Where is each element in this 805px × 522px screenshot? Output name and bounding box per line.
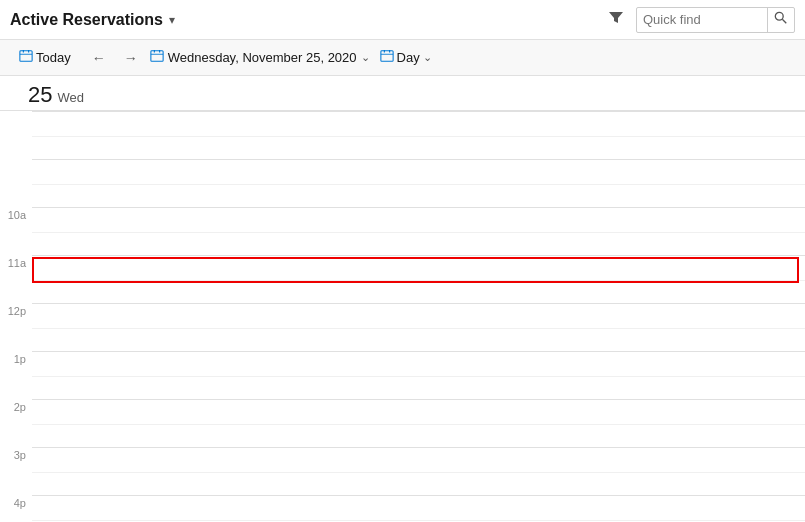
date-calendar-icon bbox=[150, 49, 164, 66]
header: Active Reservations ▾ bbox=[0, 0, 805, 40]
time-row: 3p bbox=[0, 447, 805, 495]
search-box bbox=[636, 7, 795, 33]
search-button[interactable] bbox=[767, 8, 794, 32]
filter-icon[interactable] bbox=[604, 8, 628, 32]
time-row: 10a bbox=[0, 207, 805, 255]
day-header: 25 Wed bbox=[0, 76, 805, 111]
svg-rect-10 bbox=[380, 51, 392, 62]
date-label: Wednesday, November 25, 2020 bbox=[168, 50, 357, 65]
time-label bbox=[0, 111, 32, 159]
svg-line-1 bbox=[782, 19, 786, 23]
toolbar: Today ← → Wednesday, November 25, 2020 ⌄… bbox=[0, 40, 805, 76]
time-row: 12p bbox=[0, 303, 805, 351]
time-row bbox=[0, 111, 805, 159]
time-line bbox=[32, 495, 805, 522]
time-label bbox=[0, 159, 32, 207]
header-right bbox=[604, 7, 795, 33]
calendar-container: 25 Wed 10a 11a 12p 1p bbox=[0, 76, 805, 522]
view-selector[interactable]: Day ⌄ bbox=[380, 49, 432, 66]
view-label: Day bbox=[397, 50, 420, 65]
time-label-4p: 4p bbox=[0, 495, 32, 522]
time-label-10a: 10a bbox=[0, 207, 32, 255]
date-selector[interactable]: Wednesday, November 25, 2020 ⌄ bbox=[150, 49, 370, 66]
time-line bbox=[32, 351, 805, 399]
title-chevron-icon[interactable]: ▾ bbox=[169, 13, 175, 27]
time-line bbox=[32, 207, 805, 255]
svg-point-0 bbox=[775, 12, 783, 20]
today-button[interactable]: Today bbox=[10, 45, 80, 70]
time-line bbox=[32, 159, 805, 207]
reservation-event[interactable] bbox=[32, 257, 799, 283]
day-number: 25 bbox=[28, 84, 52, 106]
time-line bbox=[32, 399, 805, 447]
time-line bbox=[32, 111, 805, 159]
time-row: 1p bbox=[0, 351, 805, 399]
time-line bbox=[32, 447, 805, 495]
today-calendar-icon bbox=[19, 49, 33, 66]
time-label-11a: 11a bbox=[0, 255, 32, 303]
day-name: Wed bbox=[57, 90, 84, 105]
svg-rect-2 bbox=[20, 51, 32, 62]
view-calendar-icon bbox=[380, 49, 394, 66]
time-grid: 10a 11a 12p 1p 2p 3p 4p bbox=[0, 111, 805, 522]
date-chevron-icon: ⌄ bbox=[361, 51, 370, 64]
today-label: Today bbox=[36, 50, 71, 65]
time-label-3p: 3p bbox=[0, 447, 32, 495]
time-label-12p: 12p bbox=[0, 303, 32, 351]
header-left: Active Reservations ▾ bbox=[10, 11, 175, 29]
view-chevron-icon: ⌄ bbox=[423, 51, 432, 64]
time-label-2p: 2p bbox=[0, 399, 32, 447]
svg-rect-6 bbox=[151, 51, 163, 62]
prev-button[interactable]: ← bbox=[86, 47, 112, 69]
next-button[interactable]: → bbox=[118, 47, 144, 69]
time-row: 4p bbox=[0, 495, 805, 522]
page-title: Active Reservations bbox=[10, 11, 163, 29]
time-row bbox=[0, 159, 805, 207]
time-row: 2p bbox=[0, 399, 805, 447]
time-label-1p: 1p bbox=[0, 351, 32, 399]
time-line bbox=[32, 303, 805, 351]
search-input[interactable] bbox=[637, 10, 767, 29]
